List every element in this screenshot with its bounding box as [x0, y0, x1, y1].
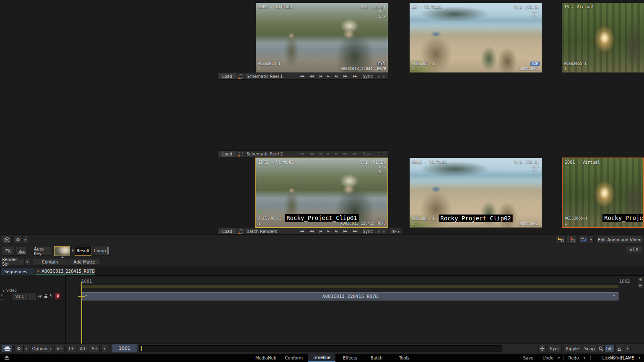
- clip-thumbnail-batch-3[interactable]: 1001 - Virtual Rocky_Project_ ACES2065-1…: [562, 158, 644, 228]
- view-dropdown-button[interactable]: [625, 345, 631, 352]
- comp-view-button[interactable]: Comp: [93, 246, 110, 256]
- sequence-range-bar[interactable]: [82, 285, 618, 288]
- step-back-button[interactable]: |◀: [316, 75, 325, 78]
- swap-output-button[interactable]: [578, 236, 588, 243]
- load-button[interactable]: Load: [218, 73, 236, 79]
- go-to-start-button[interactable]: |◀◀: [296, 75, 306, 78]
- step-forward-button[interactable]: ▶|: [332, 152, 340, 155]
- go-to-end-button[interactable]: ▶▶|: [350, 152, 360, 155]
- sequence-tab-active[interactable]: A003C013_220415_R07B: [35, 268, 95, 275]
- home-view-button[interactable]: ⌂: [615, 345, 623, 352]
- play-button[interactable]: ▶: [325, 152, 332, 155]
- animation-curve-button[interactable]: [16, 247, 28, 256]
- timeline-zoom-in-button[interactable]: +: [637, 277, 643, 282]
- redo-button[interactable]: Redo: [566, 354, 582, 362]
- clip-thumbnail-reel1-2[interactable]: 23 - Virtual V:1 (V1.1) A:- S:- ACES2065…: [410, 3, 542, 72]
- move-tool-button[interactable]: [538, 345, 546, 352]
- ripple-toggle-button[interactable]: Ripple: [564, 345, 581, 352]
- timeline-scrollbar[interactable]: [139, 345, 502, 352]
- drag-grip[interactable]: [375, 152, 386, 155]
- render-sel-dropdown-button[interactable]: [24, 258, 30, 266]
- undo-button[interactable]: Undo: [540, 354, 556, 362]
- shift-mode-button[interactable]: hift: [605, 345, 615, 352]
- clip-thumbnail-batch-1[interactable]: 1001 - Virtual V:1 (V1.1) A:- S:- Rocky_…: [255, 158, 388, 228]
- step-forward-button[interactable]: ▶|: [332, 230, 340, 233]
- load-button[interactable]: Load: [218, 151, 236, 157]
- redo-dropdown-button[interactable]: [582, 354, 587, 362]
- edit-audio-video-button[interactable]: Edit Audio and Video: [597, 236, 642, 243]
- play-button[interactable]: ▶: [325, 230, 332, 233]
- undo-dropdown-button[interactable]: [556, 354, 562, 362]
- track-name-box[interactable]: V1.1: [13, 293, 27, 300]
- go-to-start-button[interactable]: |◀◀: [296, 152, 306, 155]
- clip-thumbnail-reel1-1[interactable]: 1001 - Virtual V:1 (V1.1) A:- S:- ACES20…: [256, 3, 388, 72]
- contain-button[interactable]: Contain: [33, 258, 67, 266]
- snap-toggle-button[interactable]: Snap: [583, 345, 596, 352]
- drag-grip[interactable]: [375, 230, 386, 233]
- track-visibility-button[interactable]: [38, 295, 43, 298]
- clip-thumbnail-reel1-3[interactable]: 13 - Virtual ACES2065-1 1: [562, 3, 644, 72]
- playhead[interactable]: [81, 282, 82, 344]
- video-group-header[interactable]: ▼ Video: [3, 288, 17, 292]
- fx-panel-toggle-button[interactable]: ▲▼ FX: [626, 246, 642, 253]
- fx-button[interactable]: FX: [2, 247, 14, 256]
- step-back-button[interactable]: |◀: [316, 152, 325, 155]
- colour-mgmt-button[interactable]: [2, 236, 12, 243]
- timeline-settings-button[interactable]: [14, 345, 23, 352]
- tab-timeline[interactable]: Timeline: [308, 354, 335, 362]
- rewind-button[interactable]: ◀◀: [306, 75, 316, 78]
- settings-dropdown-button[interactable]: [23, 236, 28, 243]
- go-to-end-button[interactable]: ▶▶|: [350, 230, 360, 233]
- proxy-view-button[interactable]: [389, 228, 402, 235]
- clip-thumbnail-batch-2[interactable]: 1001 - Virtual V:1 (V1.1) A:- S:- Rocky_…: [410, 158, 542, 228]
- tab-tools[interactable]: Tools: [393, 354, 415, 362]
- tab-conform[interactable]: Conform: [282, 354, 306, 362]
- raise-panel-button[interactable]: [4, 355, 9, 360]
- fast-forward-button[interactable]: ▶▶: [340, 230, 350, 233]
- current-clip-mini-thumbnail[interactable]: [54, 246, 70, 256]
- go-to-end-button[interactable]: ▶▶|: [350, 75, 360, 78]
- go-to-start-button[interactable]: |◀◀: [296, 230, 306, 233]
- settings-button[interactable]: [13, 236, 23, 243]
- brand-dropdown-button[interactable]: [636, 354, 642, 362]
- options-button[interactable]: Options: [32, 345, 52, 352]
- track-lock-button[interactable]: [44, 294, 48, 298]
- render-sel-button[interactable]: Render Sel: [2, 258, 24, 266]
- sync-toggle-button[interactable]: Sync: [548, 345, 562, 352]
- add-track-dropdown[interactable]: [101, 345, 107, 352]
- fast-forward-button[interactable]: ▶▶: [340, 75, 350, 78]
- add-audio-track-button[interactable]: A+: [78, 345, 88, 352]
- track-routing-icon[interactable]: ↳: [49, 293, 53, 298]
- timeline-settings-dropdown[interactable]: [23, 345, 29, 352]
- tab-batch[interactable]: Batch: [366, 354, 387, 362]
- tab-effects[interactable]: Effects: [338, 354, 362, 362]
- step-back-button[interactable]: |◀: [316, 230, 325, 233]
- sync-button[interactable]: Sync: [360, 152, 375, 156]
- timeline-layers-button[interactable]: [2, 345, 13, 352]
- auto-key-button[interactable]: Auto Key: [34, 247, 52, 256]
- step-forward-button[interactable]: ▶|: [332, 75, 340, 78]
- track-drag-grip[interactable]: [1, 294, 4, 300]
- current-frame-field[interactable]: 1001: [112, 344, 137, 352]
- zoom-tool-button[interactable]: [597, 345, 605, 352]
- tab-mediahub[interactable]: MediaHub: [252, 354, 279, 362]
- rewind-button[interactable]: ◀◀: [306, 230, 316, 233]
- timeline-zoom-out-button[interactable]: −: [637, 283, 643, 288]
- render-import-button[interactable]: [567, 236, 577, 243]
- add-subtitle-track-button[interactable]: S+: [90, 345, 100, 352]
- result-view-button[interactable]: Result: [75, 246, 91, 256]
- track-patch-box[interactable]: [28, 293, 36, 300]
- rewind-button[interactable]: ◀◀: [306, 152, 316, 155]
- copy-to-reel-button[interactable]: [556, 236, 566, 243]
- load-button[interactable]: Load: [218, 228, 236, 234]
- drag-grip[interactable]: [375, 75, 386, 78]
- save-button[interactable]: Save: [520, 354, 537, 362]
- add-text-track-button[interactable]: T+: [66, 345, 76, 352]
- output-dropdown-button[interactable]: [588, 236, 594, 243]
- sync-button[interactable]: Sync: [360, 229, 375, 234]
- add-video-track-button[interactable]: V+: [55, 345, 65, 352]
- timeline-clip[interactable]: • A003C013_220415_R07B •: [82, 292, 618, 300]
- sequences-tab[interactable]: Sequences: [1, 268, 34, 275]
- comp-handle[interactable]: [107, 247, 109, 254]
- sync-button[interactable]: Sync: [360, 74, 375, 79]
